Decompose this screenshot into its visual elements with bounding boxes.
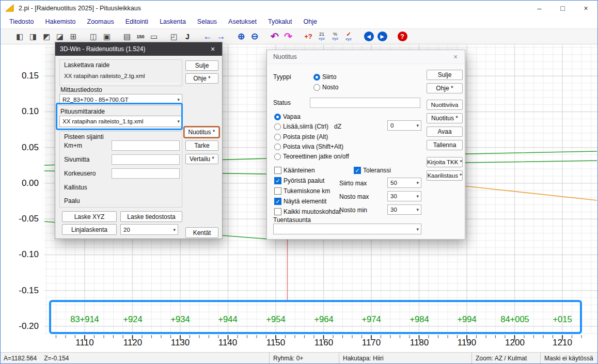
lisaa-siirra-radio-label: Lisää,siirrä (Ctrl) xyxy=(283,123,328,130)
korkeusero-input[interactable] xyxy=(112,168,180,179)
status-input[interactable] xyxy=(310,98,420,108)
raidenuotitus-dialog-titlebar[interactable]: 3D-Win - Raidenuotitus (1.524) × xyxy=(55,42,222,56)
siirto-radio[interactable] xyxy=(313,74,320,81)
nosto-radio-label: Nosto xyxy=(322,84,338,91)
y-axis-tick-label: 0.15 xyxy=(5,71,39,81)
tuentasuunta-label: Tuentasuunta xyxy=(273,216,311,224)
tukemiskone-km-checkbox[interactable] xyxy=(274,187,281,195)
dialog-title: Nuotitus xyxy=(273,53,297,60)
x-axis-tick-label: 1180 xyxy=(396,338,443,348)
status-z-value: Z=-0.154 xyxy=(44,355,69,362)
kaikki-muutoskohdat-checkbox[interactable] xyxy=(274,208,281,215)
tarke-button[interactable]: Tarke xyxy=(185,140,218,151)
nuotitus-dialog: Nuotitus × Tyyppi Siirto Nosto Status Va… xyxy=(266,50,465,240)
close-icon[interactable]: × xyxy=(203,42,222,56)
sulje-button[interactable]: Sulje xyxy=(427,70,463,80)
kirjoita-tkk-button[interactable]: Kirjoita TKK * xyxy=(427,157,463,167)
laske-tiedostosta-button[interactable]: Laske tiedostosta xyxy=(120,211,182,222)
chevron-down-icon: ▾ xyxy=(416,207,419,212)
nosto-max-select[interactable]: 30 ▾ xyxy=(387,191,421,201)
x-axis-tick-label: 1210 xyxy=(539,338,586,348)
kaarilistaus-button[interactable]: Kaarilistaus * xyxy=(427,170,463,181)
kentat-button[interactable]: Kentät xyxy=(185,227,218,238)
kaanteinen-checkbox-label: Käänteinen xyxy=(284,167,315,174)
kallistus-label: Kallistus xyxy=(64,184,87,191)
nuottiviiva-button[interactable]: Nuottiviiva xyxy=(427,100,463,110)
poista-viiva-radio[interactable] xyxy=(274,144,281,150)
separator xyxy=(62,83,179,84)
x-axis-tick-label: 1120 xyxy=(109,338,156,348)
siirto-max-select[interactable]: 50 ▾ xyxy=(387,178,421,188)
siirto-max-label: Siirto max xyxy=(339,180,367,187)
combo-value: 30 xyxy=(390,207,397,213)
laskettava-raide-group: Laskettava raide XX ratapihan raiteisto_… xyxy=(59,59,182,86)
kaanteinen-checkbox[interactable] xyxy=(274,167,281,174)
dz-label: dZ xyxy=(334,123,341,130)
nuotitus-dialog-titlebar[interactable]: Nuotitus × xyxy=(267,50,465,64)
nosto-min-select[interactable]: 30 ▾ xyxy=(387,204,421,215)
kaikki-muutoskohdat-checkbox-label: Kaikki muutoskohdat xyxy=(284,208,341,215)
laske-xyz-button[interactable]: Laske XYZ xyxy=(62,211,117,222)
combo-value: 30 xyxy=(390,193,397,199)
status-ryhma-text: Ryhmä: 0+ xyxy=(273,355,303,362)
x-axis-tick-label: 1190 xyxy=(443,338,491,348)
kmm-input[interactable] xyxy=(112,140,180,151)
dz-select[interactable]: 0 ▾ xyxy=(387,120,421,131)
y-axis-tick-label: 0.00 xyxy=(5,178,39,188)
raidenuotitus-dialog: 3D-Win - Raidenuotitus (1.524) × Laskett… xyxy=(55,42,223,239)
nuotitus-button[interactable]: Nuotitus * xyxy=(427,113,463,123)
toleranssi-checkbox[interactable]: ✓ xyxy=(354,167,361,174)
status-coordinates: A=1182.564 Z=-0.154 xyxy=(1,353,269,363)
y-axis-tick-label: 0.10 xyxy=(5,106,39,117)
interval-select[interactable]: 20 ▾ xyxy=(120,224,178,235)
nuotitus-button[interactable]: Nuotitus * xyxy=(184,127,219,137)
siirto-radio-label: Siirto xyxy=(322,73,336,81)
nosto-radio[interactable] xyxy=(313,84,320,91)
chevron-down-icon: ▾ xyxy=(177,97,180,102)
poista-piste-radio[interactable] xyxy=(274,134,281,140)
dialog-title: 3D-Win - Raidenuotitus (1.524) xyxy=(60,45,145,53)
group-label: Laskettava raide xyxy=(64,61,109,69)
x-axis-tick-label: 1130 xyxy=(156,338,204,348)
laskettava-raide-value: XX ratapihan raiteisto_2.tg.xml xyxy=(64,73,145,79)
vapaa-radio-label: Vapaa xyxy=(283,113,301,120)
chevron-down-icon: ▾ xyxy=(416,227,419,232)
status-hakutapa: Hakutapa: Hiiri xyxy=(339,353,471,363)
status-a-value: A=1182.564 xyxy=(4,355,37,362)
status-zoom: Zoom: AZ / Kulmat xyxy=(471,353,540,363)
sulje-button[interactable]: Sulje xyxy=(185,60,218,71)
chevron-down-icon: ▾ xyxy=(416,180,419,185)
highlight-box-pituusmittaraide xyxy=(56,103,183,130)
x-axis-tick-label: 1150 xyxy=(252,338,300,348)
combo-value: 0 xyxy=(390,122,394,129)
tuentasuunta-select[interactable]: ▾ xyxy=(273,224,421,234)
group-label: Pisteen sijainti xyxy=(64,133,104,140)
y-axis-tick-label: -0.20 xyxy=(5,321,39,331)
teoreettinen-jatke-radio[interactable] xyxy=(274,153,281,160)
chevron-down-icon: ▾ xyxy=(173,227,176,232)
vapaa-radio[interactable] xyxy=(274,114,281,120)
toleranssi-checkbox-label: Toleranssi xyxy=(363,167,391,174)
vertailu-button[interactable]: Vertailu * xyxy=(185,154,218,164)
status-label: Status xyxy=(273,99,291,106)
sivumitta-label: Sivumitta xyxy=(64,156,89,163)
pisteen-sijainti-group: Pisteen sijainti Km+m Sivumitta Korkeuse… xyxy=(59,131,182,208)
ohje-button[interactable]: Ohje * xyxy=(427,83,463,93)
pyorista-paalut-checkbox[interactable]: ✓ xyxy=(274,177,281,184)
status-bar: A=1182.564 Z=-0.154 Ryhmä: 0+ Hakutapa: … xyxy=(1,352,597,363)
lisaa-siirra-radio[interactable] xyxy=(274,123,281,130)
check-icon: ✓ xyxy=(275,178,280,184)
nayta-elementit-checkbox[interactable]: ✓ xyxy=(274,198,281,205)
y-axis-tick-label: -0.15 xyxy=(5,286,39,296)
linjalaskenta-button[interactable]: Linjalaskenta xyxy=(62,224,117,235)
ohje-button[interactable]: Ohje * xyxy=(185,73,218,84)
chevron-down-icon: ▾ xyxy=(416,123,419,128)
pyorista-paalut-checkbox-label: Pyöristä paalut xyxy=(284,177,324,184)
combo-value: 20 xyxy=(123,227,130,233)
sivumitta-input[interactable] xyxy=(112,154,180,165)
chevron-down-icon: ▾ xyxy=(416,194,419,199)
avaa-button[interactable]: Avaa xyxy=(427,126,463,137)
close-icon[interactable]: × xyxy=(446,50,465,64)
tallenna-button[interactable]: Tallenna xyxy=(427,140,463,150)
status-maski-text: Maski ei käytössä xyxy=(544,355,593,362)
